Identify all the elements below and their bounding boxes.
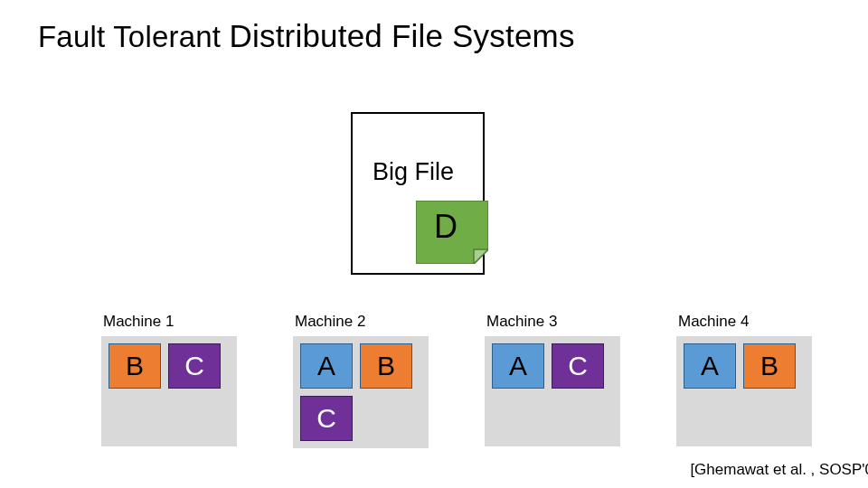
block-c: C <box>168 343 221 389</box>
title-main: Distributed File Systems <box>230 18 575 53</box>
block-b: B <box>108 343 161 389</box>
block-b: B <box>360 343 412 389</box>
machine-4: Machine 4 A B <box>676 313 812 448</box>
block-a: A <box>300 343 353 389</box>
block-c: C <box>300 396 353 441</box>
block-c: C <box>552 343 604 389</box>
machine-label: Machine 1 <box>101 313 237 331</box>
title-prefix: Fault Tolerant <box>38 20 230 53</box>
machine-body: B C <box>101 336 237 446</box>
block-a: A <box>684 343 736 389</box>
machine-label: Machine 4 <box>676 313 812 331</box>
machine-2: Machine 2 A B C <box>293 313 429 448</box>
machines-row: Machine 1 B C Machine 2 A B C Machine 3 … <box>101 313 812 448</box>
svg-marker-1 <box>474 249 488 264</box>
bigfile-label: Big File <box>371 158 456 186</box>
slide: Fault Tolerant Distributed File Systems … <box>0 0 868 488</box>
block-b: B <box>743 343 796 389</box>
machine-3: Machine 3 A C <box>485 313 620 448</box>
machine-label: Machine 2 <box>293 313 429 331</box>
machine-body: A C <box>485 336 620 446</box>
machine-label: Machine 3 <box>485 313 620 331</box>
slide-title: Fault Tolerant Distributed File Systems <box>38 18 575 54</box>
citation: [Ghemawat et al. , SOSP'0 <box>690 461 868 479</box>
machine-body: A B <box>676 336 812 446</box>
block-a: A <box>492 343 544 389</box>
machine-body: A B C <box>293 336 429 448</box>
machine-1: Machine 1 B C <box>101 313 237 448</box>
block-d-label: D <box>434 208 458 246</box>
